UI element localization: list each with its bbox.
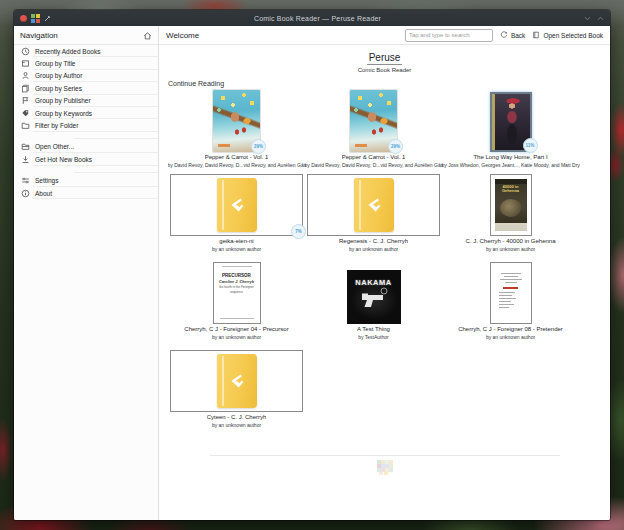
sidebar-item-label: Recently Added Books — [35, 48, 100, 55]
book-grid: 29% Pepper & Carrot - Vol. 1 by David Re… — [168, 90, 610, 434]
sidebar-item-group-title[interactable]: Group by Title — [14, 57, 158, 69]
book-card[interactable]: 40000 in Gehenna C. J. Cherryh - 40000 i… — [442, 174, 579, 262]
open-selected-book-button[interactable]: Open Selected Book — [532, 31, 603, 39]
book-card[interactable]: 7% geika-eien-ni by an unknown author — [168, 174, 305, 262]
book-author: by an unknown author — [212, 422, 261, 428]
info-icon — [21, 189, 30, 198]
book-card[interactable]: 11% The Long Way Home, Part I by Joss Wh… — [442, 90, 579, 174]
book-author: by an unknown author — [349, 246, 398, 252]
sidebar-item-recently-added[interactable]: Recently Added Books — [14, 45, 158, 57]
book-cover-nakama[interactable]: NAKAMA — [347, 270, 401, 324]
sidebar-item-group-author[interactable]: Group by Author — [14, 70, 158, 82]
cover-text: 40000 in Gehenna — [495, 185, 527, 194]
book-card[interactable]: NAKAMA A Test Thing by TestAuthor — [305, 262, 442, 350]
page-title: Welcome — [166, 31, 199, 40]
progress-badge: 29% — [388, 139, 403, 154]
sidebar-item-settings[interactable]: Settings — [14, 175, 158, 187]
sidebar-item-open-other[interactable]: Open Other... — [14, 141, 158, 153]
content: Peruse Comic Book Reader Continue Readin… — [159, 45, 610, 520]
book-card[interactable]: Cherryh, C J - Foreigner 08 - Pretender … — [442, 262, 579, 350]
book-cover-pepper-carrot[interactable]: 29% — [350, 90, 397, 152]
book-cover-generic[interactable]: 7% — [170, 174, 303, 236]
main-area: Welcome Back Open Selected Book — [159, 26, 610, 520]
navigation-sidebar: Navigation Recently Added Books Group by… — [14, 26, 159, 520]
book-author: by David Revoy, David Revoy, D...vid Rev… — [168, 162, 306, 168]
sidebar-item-label: Group by Series — [35, 85, 82, 92]
app-subtitle: Comic Book Reader — [159, 67, 610, 73]
generic-book-glyph — [217, 178, 257, 232]
sidebar-item-filter-folder[interactable]: Filter by Folder — [14, 119, 158, 131]
sidebar-divider — [14, 132, 158, 141]
tag-icon — [21, 109, 30, 118]
main-toolbar: Welcome Back Open Selected Book — [159, 26, 610, 45]
sidebar-item-label: About — [35, 190, 52, 197]
settings-icon — [21, 176, 30, 185]
book-title: Cherryh, C J - Foreigner 08 - Pretender — [458, 326, 563, 332]
sidebar-item-group-series[interactable]: Group by Series — [14, 82, 158, 94]
book-icon — [532, 31, 540, 39]
peruse-window: Comic Book Reader — Peruse Reader Naviga… — [14, 10, 610, 520]
back-button[interactable]: Back — [500, 31, 525, 39]
titlebar: Comic Book Reader — Peruse Reader — [14, 10, 610, 26]
generic-book-glyph — [217, 354, 257, 408]
book-title: Pepper & Carrot - Vol. 1 — [205, 154, 269, 160]
generic-book-glyph — [354, 178, 394, 232]
book-cover-long-way-home[interactable]: 11% — [490, 92, 532, 152]
book-author: by David Revoy, David Revoy, D...vid Rev… — [305, 162, 443, 168]
progress-badge: 11% — [523, 138, 538, 153]
person-icon — [21, 71, 30, 80]
book-cover-generic[interactable] — [307, 174, 440, 236]
app-icon — [31, 14, 40, 23]
sidebar-item-label: Group by Publisher — [35, 97, 91, 104]
book-author: by an unknown author — [486, 334, 535, 340]
peruse-logo-icon — [365, 196, 383, 214]
book-cover-generic[interactable] — [170, 350, 303, 412]
sidebar-item-label: Settings — [35, 177, 59, 184]
folder-open-icon — [21, 142, 30, 151]
sidebar-item-about[interactable]: About — [14, 187, 158, 199]
folder-icon — [21, 121, 30, 130]
book-cover-precursor[interactable]: PRECURSOR Caroline J. Cherryh the fourth… — [213, 262, 261, 324]
maximize-icon[interactable] — [597, 15, 604, 22]
label-icon — [21, 59, 30, 68]
sidebar-title: Navigation — [20, 31, 143, 40]
app-title: Peruse — [367, 53, 403, 65]
book-cover-gehenna[interactable]: 40000 in Gehenna — [490, 174, 532, 236]
progress-badge: 7% — [291, 224, 306, 239]
book-cover-pepper-carrot[interactable]: 29% — [213, 90, 260, 152]
cover-text: PRECURSOR — [214, 273, 260, 280]
peruse-logo-icon — [228, 372, 246, 390]
sidebar-header: Navigation — [14, 26, 158, 45]
sidebar-item-label: Open Other... — [35, 143, 74, 150]
gun-illustration — [359, 287, 389, 309]
sidebar-item-label: Group by Keywords — [35, 110, 92, 117]
minimize-icon[interactable] — [584, 15, 591, 22]
book-title: A Test Thing — [357, 326, 390, 332]
sidebar-item-group-keywords[interactable]: Group by Keywords — [14, 107, 158, 119]
sidebar-divider — [14, 166, 158, 175]
book-title: geika-eien-ni — [219, 238, 253, 244]
book-author: by TestAuthor — [358, 334, 388, 340]
book-card[interactable]: Cyteen - C. J. Cherryh by an unknown aut… — [168, 350, 305, 434]
window-title: Comic Book Reader — Peruse Reader — [55, 15, 580, 22]
sidebar-item-get-hot-new-books[interactable]: Get Hot New Books — [14, 153, 158, 165]
book-card[interactable]: 29% Pepper & Carrot - Vol. 1 by David Re… — [305, 90, 442, 174]
book-author: by an unknown author — [486, 246, 535, 252]
peruse-logo-icon — [228, 196, 246, 214]
footer-divider — [210, 455, 560, 456]
flag-icon — [21, 96, 30, 105]
pin-icon[interactable] — [44, 15, 51, 22]
back-label: Back — [511, 32, 525, 39]
book-card[interactable]: Regenesis - C. J. Cherryh by an unknown … — [305, 174, 442, 262]
sidebar-item-label: Group by Author — [35, 72, 82, 79]
close-button[interactable] — [20, 15, 27, 22]
book-title: Cyteen - C. J. Cherryh — [207, 414, 267, 420]
book-card[interactable]: PRECURSOR Caroline J. Cherryh the fourth… — [168, 262, 305, 350]
section-title-continue-reading: Continue Reading — [168, 80, 610, 87]
sidebar-item-label: Get Hot New Books — [35, 156, 92, 163]
sidebar-item-group-publisher[interactable]: Group by Publisher — [14, 95, 158, 107]
book-cover-pretender[interactable] — [490, 262, 532, 324]
search-input[interactable] — [405, 29, 493, 42]
home-icon[interactable] — [143, 31, 152, 40]
book-card[interactable]: 29% Pepper & Carrot - Vol. 1 by David Re… — [168, 90, 305, 174]
